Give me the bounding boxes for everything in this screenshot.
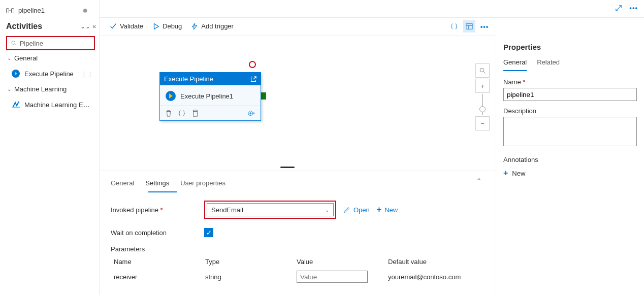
expand-icon[interactable] [614, 4, 623, 13]
zoom-in-button[interactable]: + [475, 79, 490, 93]
add-output-icon[interactable] [247, 109, 255, 117]
wait-checkbox[interactable]: ✓ [204, 228, 213, 237]
copy-icon[interactable] [191, 110, 199, 117]
rtab-related[interactable]: Related [537, 58, 560, 71]
svg-rect-1 [12, 8, 14, 13]
parameter-row: receiver string youremail@contoso.com [111, 271, 485, 283]
pipeline-icon [6, 7, 14, 15]
open-external-icon[interactable] [250, 76, 256, 82]
invoked-pipeline-row: Invoked pipeline * SendEmail ⌄ Open + Ne… [111, 201, 485, 219]
json-view-icon[interactable] [448, 20, 460, 32]
col-name: Name [114, 258, 205, 266]
pipeline-title-row: pipeline1 ● [6, 5, 99, 16]
invoked-pipeline-value: SendEmail [211, 206, 243, 214]
add-trigger-label: Add trigger [201, 22, 234, 30]
chevron-down-icon: ⌄ [7, 55, 11, 61]
svg-rect-5 [12, 107, 20, 108]
top-right-icons: ••• [614, 3, 639, 13]
invoked-pipeline-highlight: SendEmail ⌄ [204, 201, 336, 219]
panel-resize-grip[interactable] [280, 167, 295, 168]
parameters-headers: Name Type Value Default value [111, 258, 485, 266]
svg-point-10 [480, 68, 484, 72]
category-ml[interactable]: ⌄ Machine Learning [6, 81, 99, 97]
properties-title: Properties [503, 43, 637, 51]
tab-settings[interactable]: Settings [145, 177, 169, 191]
plus-icon: + [503, 169, 508, 178]
activities-title: Activities [6, 22, 42, 31]
open-pipeline-button[interactable]: Open [343, 206, 370, 214]
properties-tabs: General Related [503, 58, 637, 71]
param-type: string [205, 273, 297, 281]
node-footer [160, 106, 261, 120]
open-label: Open [353, 206, 370, 214]
drag-grip-icon: ⋮⋮ [81, 70, 93, 78]
more-views-icon[interactable]: ••• [478, 20, 491, 32]
fit-to-screen-button[interactable] [475, 63, 490, 78]
code-icon[interactable] [178, 110, 185, 117]
wait-on-completion-row: Wait on completion ✓ [111, 228, 485, 237]
description-label: Description [503, 107, 637, 115]
node-body: Execute Pipeline1 [160, 85, 261, 106]
plus-icon: + [377, 205, 381, 214]
name-label: Name * [503, 78, 637, 86]
add-trigger-button[interactable]: Add trigger [191, 22, 234, 30]
node-title: Execute Pipeline1 [180, 92, 233, 100]
validate-label: Validate [120, 22, 143, 30]
activities-sidebar: pipeline1 ● Activities ⌄⌄ « ⌄ General Ex… [0, 0, 100, 295]
tab-user-properties[interactable]: User properties [180, 177, 226, 191]
invoked-pipeline-select[interactable]: SendEmail ⌄ [207, 203, 334, 216]
collapse-panel-button[interactable]: ⌃ [476, 177, 481, 191]
chevron-down-icon: ⌄ [7, 86, 11, 92]
collapse-chevrons[interactable]: ⌄⌄ « [80, 23, 96, 30]
svg-point-2 [12, 41, 15, 45]
output-connector[interactable] [261, 92, 266, 100]
svg-rect-0 [7, 8, 9, 13]
svg-rect-8 [194, 112, 198, 117]
execute-pipeline-icon [11, 69, 20, 78]
activity-label: Machine Learning Exe... [24, 101, 90, 109]
properties-view-icon[interactable] [463, 20, 475, 32]
search-field[interactable] [20, 40, 90, 47]
activity-label: Execute Pipeline [24, 70, 74, 78]
col-value: Value [297, 258, 388, 266]
name-input[interactable] [503, 88, 637, 101]
rtab-general[interactable]: General [503, 58, 527, 71]
delete-icon[interactable] [165, 110, 172, 117]
new-label: New [384, 206, 398, 214]
category-label: Machine Learning [14, 85, 67, 93]
pipeline-canvas[interactable]: Execute Pipeline Execute Pipeline1 [100, 36, 496, 171]
zoom-slider-track[interactable] [482, 94, 483, 115]
tab-general[interactable]: General [111, 177, 134, 191]
properties-panel: Properties General Related Name * Descri… [496, 36, 644, 295]
validation-error-indicator [249, 61, 256, 68]
col-type: Type [205, 258, 297, 266]
new-annotation-button[interactable]: + New [503, 169, 637, 178]
activity-ml-execute[interactable]: Machine Learning Exe... [6, 97, 99, 112]
activities-header: Activities ⌄⌄ « [6, 22, 96, 31]
zoom-out-button[interactable]: − [475, 116, 490, 130]
col-default: Default value [388, 258, 490, 266]
chevron-down-icon: ⌄ [325, 207, 329, 213]
ml-icon [11, 100, 20, 109]
zoom-controls: + − [475, 63, 490, 130]
category-general[interactable]: ⌄ General [6, 50, 99, 66]
more-icon[interactable]: ••• [628, 3, 639, 13]
pipeline-toolbar: Validate Debug Add trigger [110, 22, 234, 30]
wait-label: Wait on completion [111, 229, 197, 237]
activity-execute-pipeline[interactable]: Execute Pipeline ⋮⋮ [6, 66, 99, 81]
description-textarea[interactable] [503, 117, 637, 146]
settings-tabs: General Settings User properties ⌃ [111, 177, 485, 191]
param-default: youremail@contoso.com [388, 273, 490, 281]
zoom-slider-knob[interactable] [479, 106, 486, 112]
category-label: General [14, 54, 38, 62]
execute-pipeline-node[interactable]: Execute Pipeline Execute Pipeline1 [159, 72, 261, 121]
param-value-input[interactable] [297, 271, 368, 283]
activities-search-input[interactable] [6, 36, 95, 50]
pipeline-title: pipeline1 [18, 7, 45, 14]
annotations-label: Annotations [503, 156, 637, 163]
new-annotation-label: New [512, 170, 525, 177]
node-header-label: Execute Pipeline [164, 75, 213, 83]
validate-button[interactable]: Validate [110, 22, 143, 30]
debug-button[interactable]: Debug [152, 22, 182, 30]
new-pipeline-button[interactable]: + New [377, 205, 398, 214]
